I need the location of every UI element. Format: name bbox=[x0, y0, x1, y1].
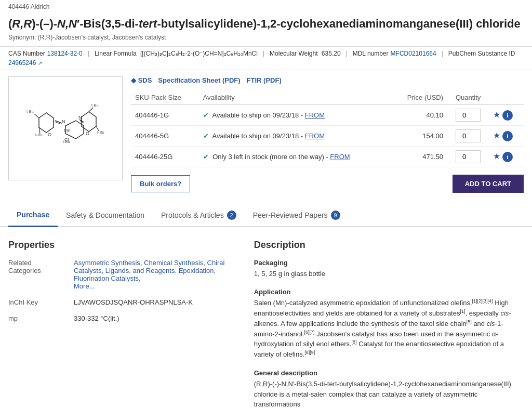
svg-line-20 bbox=[89, 108, 93, 112]
mdl-link[interactable]: MFCD02101664 bbox=[391, 50, 436, 57]
molecule-structure: N N Mn O O Cl t-Bu t-Bu t-Bu t-Bu t-Bu bbox=[8, 76, 123, 180]
meta-bar: CAS Number 138124-32-0 | Linear Formula … bbox=[0, 46, 532, 70]
svg-text:Mn: Mn bbox=[64, 128, 71, 133]
content-section: Properties Related Categories Asymmetric… bbox=[0, 227, 532, 420]
product-code: 404446 Aldrich bbox=[8, 3, 49, 10]
svg-text:t-Bu: t-Bu bbox=[26, 109, 34, 114]
avail-text: Available to ship on 09/23/18 - bbox=[212, 111, 304, 119]
avail-link[interactable]: FROM bbox=[330, 153, 350, 161]
price-cell: 40.10 bbox=[392, 104, 447, 125]
page-title: (R,R)-(–)-N,N′-Bis(3,5-di-tert-butylsali… bbox=[8, 17, 524, 32]
tab-papers-badge: 9 bbox=[331, 211, 340, 220]
mp-value: 330-332 °C(lit.) bbox=[74, 314, 119, 322]
avail-icon: ✔ bbox=[203, 111, 209, 119]
tab-protocols[interactable]: Protocols & Articles 2 bbox=[153, 204, 245, 226]
qty-input[interactable] bbox=[456, 109, 481, 122]
svg-text:N: N bbox=[62, 119, 65, 124]
svg-text:t-Bu: t-Bu bbox=[91, 103, 99, 108]
bulk-orders-button[interactable]: Bulk orders? bbox=[131, 175, 190, 192]
tab-papers[interactable]: Peer-Reviewed Papers 9 bbox=[245, 204, 349, 226]
general-desc-block: General description (R,R)-(-)-N,N′-Bis(3… bbox=[254, 369, 524, 410]
qty-input[interactable] bbox=[456, 129, 481, 142]
row-actions: ★ i bbox=[489, 104, 524, 125]
row-actions: ★ i bbox=[489, 146, 524, 167]
avail-cell: ✔ Only 3 left in stock (more on the way)… bbox=[199, 146, 392, 167]
general-desc-title: General description bbox=[254, 369, 524, 377]
mp-row: mp 330-332 °C(lit.) bbox=[8, 314, 233, 322]
avail-text: Available to ship on 09/23/18 - bbox=[212, 132, 304, 140]
svg-text:t-Bu: t-Bu bbox=[63, 139, 70, 144]
related-categories-row: Related Categories Asymmetric Synthesis,… bbox=[8, 259, 233, 290]
qty-input[interactable] bbox=[456, 150, 481, 163]
svg-text:O: O bbox=[48, 132, 51, 137]
qty-cell bbox=[447, 125, 489, 146]
tab-purchase-label: Purchase bbox=[17, 211, 49, 219]
col-actions bbox=[489, 90, 524, 105]
description-title: Description bbox=[254, 240, 524, 251]
application-title: Application bbox=[254, 288, 524, 296]
tab-safety-label: Safety & Documentation bbox=[66, 211, 144, 219]
related-cat-label: Related Categories bbox=[8, 259, 65, 290]
tab-protocols-label: Protocols & Articles bbox=[161, 211, 224, 219]
avail-cell: ✔ Available to ship on 09/23/18 - FROM bbox=[199, 125, 392, 146]
col-availability: Availability bbox=[199, 90, 392, 105]
cart-actions: Bulk orders? ADD TO CART bbox=[131, 175, 524, 193]
svg-marker-4 bbox=[39, 113, 54, 133]
more-categories-link[interactable]: More... bbox=[74, 282, 95, 290]
tab-protocols-badge: 2 bbox=[227, 211, 236, 220]
sku-cell: 404446-5G bbox=[131, 125, 199, 146]
qty-cell bbox=[447, 146, 489, 167]
qty-cell bbox=[447, 104, 489, 125]
sku-cell: 404446-1G bbox=[131, 104, 199, 125]
linear-formula-value: [[(CH₃)₃C]₂C₆H₂-2-(O⁻)CH=N]₂C₆H₁₀MnCl bbox=[139, 50, 258, 57]
tab-papers-label: Peer-Reviewed Papers bbox=[253, 211, 328, 219]
application-text: Salen (Mn)-catalyzed asymmetric epoxidat… bbox=[254, 298, 524, 360]
table-row: 404446-5G ✔ Available to ship on 09/23/1… bbox=[131, 125, 524, 146]
table-row: 404446-1G ✔ Available to ship on 09/23/1… bbox=[131, 104, 524, 125]
ftir-link[interactable]: FTIR (PDF) bbox=[247, 76, 282, 84]
svg-line-18 bbox=[34, 114, 39, 118]
cat-link[interactable]: Epoxidation bbox=[179, 267, 214, 274]
document-links: ◆ SDS Specification Sheet (PDF) FTIR (PD… bbox=[131, 76, 524, 84]
synonym-value: (R,R)-Jacobsen's catalyst, Jacobsen's ca… bbox=[38, 34, 166, 41]
svg-line-5 bbox=[55, 121, 62, 123]
mw-value: 635.20 bbox=[320, 50, 341, 57]
packaging-block: Packaging 1, 5, 25 g in glass bottle bbox=[254, 259, 524, 279]
price-cell: 471.50 bbox=[392, 146, 447, 167]
info-button[interactable]: i bbox=[502, 152, 513, 162]
add-to-cart-button[interactable]: ADD TO CART bbox=[453, 175, 524, 193]
structure-svg: N N Mn O O Cl t-Bu t-Bu t-Bu t-Bu t-Bu bbox=[16, 82, 115, 175]
description-panel: Description Packaging 1, 5, 25 g in glas… bbox=[254, 240, 524, 420]
avail-link[interactable]: FROM bbox=[305, 111, 325, 119]
cas-link[interactable]: 138124-32-0 bbox=[47, 50, 83, 57]
table-row: 404446-25G ✔ Only 3 left in stock (more … bbox=[131, 146, 524, 167]
info-button[interactable]: i bbox=[502, 131, 513, 141]
avail-cell: ✔ Available to ship on 09/23/18 - FROM bbox=[199, 104, 392, 125]
cat-link[interactable]: Chemical Synthesis bbox=[144, 259, 203, 267]
favorite-button[interactable]: ★ bbox=[493, 130, 500, 140]
svg-text:t-Bu: t-Bu bbox=[97, 130, 104, 135]
col-sku: SKU-Pack Size bbox=[131, 90, 199, 105]
cat-link[interactable]: Fluorination Catalysts bbox=[74, 274, 139, 282]
sku-cell: 404446-25G bbox=[131, 146, 199, 167]
sds-link[interactable]: ◆ SDS bbox=[131, 76, 152, 84]
favorite-button[interactable]: ★ bbox=[493, 110, 500, 120]
tab-purchase[interactable]: Purchase bbox=[8, 204, 58, 227]
tab-safety[interactable]: Safety & Documentation bbox=[58, 204, 153, 226]
avail-icon: ✔ bbox=[203, 153, 209, 161]
col-price: Price (USD) bbox=[392, 90, 447, 105]
cat-link[interactable]: Asymmetric Synthesis bbox=[74, 259, 140, 267]
properties-title: Properties bbox=[8, 240, 233, 251]
product-details-panel: ◆ SDS Specification Sheet (PDF) FTIR (PD… bbox=[131, 76, 524, 193]
svg-text:t-Bu: t-Bu bbox=[35, 133, 43, 137]
avail-link[interactable]: FROM bbox=[305, 132, 325, 140]
mdl-label: MDL number bbox=[353, 50, 389, 57]
application-block: Application Salen (Mn)-catalyzed asymmet… bbox=[254, 288, 524, 360]
pubchem-link[interactable]: 24965246 ↗ bbox=[8, 59, 42, 67]
price-cell: 154.00 bbox=[392, 125, 447, 146]
favorite-button[interactable]: ★ bbox=[493, 151, 500, 161]
spec-sheet-link[interactable]: Specification Sheet (PDF) bbox=[158, 76, 240, 84]
synonym-label: Synonym: bbox=[8, 34, 36, 41]
general-desc-text: (R,R)-(-)-N,N′-Bis(3,5-di-tert-butylsali… bbox=[254, 379, 524, 410]
info-button[interactable]: i bbox=[502, 110, 513, 121]
